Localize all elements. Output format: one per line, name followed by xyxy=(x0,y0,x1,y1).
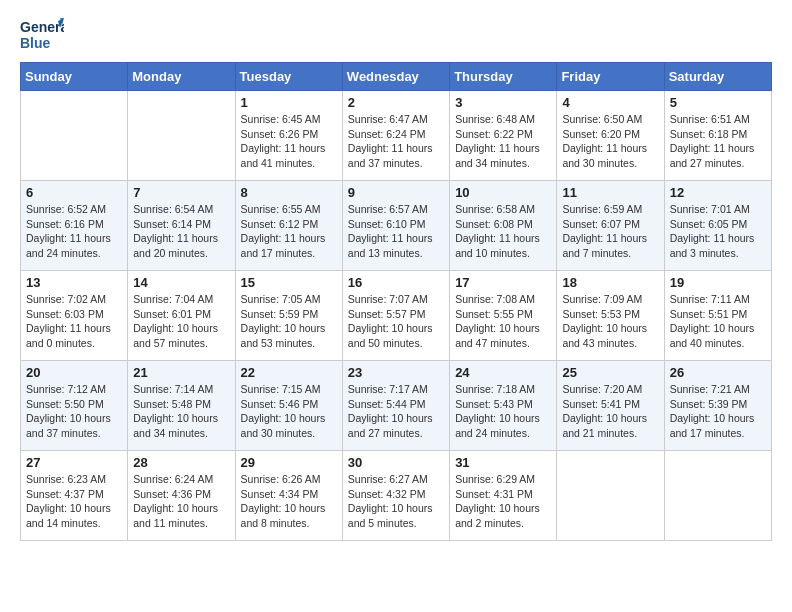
cell-content: Sunrise: 7:09 AM Sunset: 5:53 PM Dayligh… xyxy=(562,292,658,351)
cell-content: Sunrise: 6:50 AM Sunset: 6:20 PM Dayligh… xyxy=(562,112,658,171)
day-number: 22 xyxy=(241,365,337,380)
day-number: 18 xyxy=(562,275,658,290)
calendar-cell xyxy=(128,91,235,181)
calendar-cell: 21Sunrise: 7:14 AM Sunset: 5:48 PM Dayli… xyxy=(128,361,235,451)
calendar-cell: 20Sunrise: 7:12 AM Sunset: 5:50 PM Dayli… xyxy=(21,361,128,451)
day-number: 19 xyxy=(670,275,766,290)
cell-content: Sunrise: 7:14 AM Sunset: 5:48 PM Dayligh… xyxy=(133,382,229,441)
calendar-table: SundayMondayTuesdayWednesdayThursdayFrid… xyxy=(20,62,772,541)
cell-content: Sunrise: 6:27 AM Sunset: 4:32 PM Dayligh… xyxy=(348,472,444,531)
calendar-cell: 9Sunrise: 6:57 AM Sunset: 6:10 PM Daylig… xyxy=(342,181,449,271)
cell-content: Sunrise: 7:18 AM Sunset: 5:43 PM Dayligh… xyxy=(455,382,551,441)
day-number: 5 xyxy=(670,95,766,110)
calendar-cell xyxy=(557,451,664,541)
day-number: 23 xyxy=(348,365,444,380)
weekday-header-thursday: Thursday xyxy=(450,63,557,91)
cell-content: Sunrise: 6:29 AM Sunset: 4:31 PM Dayligh… xyxy=(455,472,551,531)
cell-content: Sunrise: 7:15 AM Sunset: 5:46 PM Dayligh… xyxy=(241,382,337,441)
day-number: 4 xyxy=(562,95,658,110)
calendar-cell: 6Sunrise: 6:52 AM Sunset: 6:16 PM Daylig… xyxy=(21,181,128,271)
day-number: 2 xyxy=(348,95,444,110)
calendar-cell: 30Sunrise: 6:27 AM Sunset: 4:32 PM Dayli… xyxy=(342,451,449,541)
calendar-cell: 13Sunrise: 7:02 AM Sunset: 6:03 PM Dayli… xyxy=(21,271,128,361)
day-number: 13 xyxy=(26,275,122,290)
day-number: 12 xyxy=(670,185,766,200)
cell-content: Sunrise: 7:08 AM Sunset: 5:55 PM Dayligh… xyxy=(455,292,551,351)
day-number: 26 xyxy=(670,365,766,380)
calendar-cell: 27Sunrise: 6:23 AM Sunset: 4:37 PM Dayli… xyxy=(21,451,128,541)
svg-text:General: General xyxy=(20,19,64,35)
cell-content: Sunrise: 6:26 AM Sunset: 4:34 PM Dayligh… xyxy=(241,472,337,531)
day-number: 16 xyxy=(348,275,444,290)
cell-content: Sunrise: 6:45 AM Sunset: 6:26 PM Dayligh… xyxy=(241,112,337,171)
calendar-cell: 25Sunrise: 7:20 AM Sunset: 5:41 PM Dayli… xyxy=(557,361,664,451)
week-row-4: 20Sunrise: 7:12 AM Sunset: 5:50 PM Dayli… xyxy=(21,361,772,451)
cell-content: Sunrise: 6:55 AM Sunset: 6:12 PM Dayligh… xyxy=(241,202,337,261)
day-number: 28 xyxy=(133,455,229,470)
week-row-3: 13Sunrise: 7:02 AM Sunset: 6:03 PM Dayli… xyxy=(21,271,772,361)
cell-content: Sunrise: 6:59 AM Sunset: 6:07 PM Dayligh… xyxy=(562,202,658,261)
cell-content: Sunrise: 7:02 AM Sunset: 6:03 PM Dayligh… xyxy=(26,292,122,351)
calendar-cell: 19Sunrise: 7:11 AM Sunset: 5:51 PM Dayli… xyxy=(664,271,771,361)
cell-content: Sunrise: 6:57 AM Sunset: 6:10 PM Dayligh… xyxy=(348,202,444,261)
day-number: 7 xyxy=(133,185,229,200)
calendar-cell: 28Sunrise: 6:24 AM Sunset: 4:36 PM Dayli… xyxy=(128,451,235,541)
cell-content: Sunrise: 6:51 AM Sunset: 6:18 PM Dayligh… xyxy=(670,112,766,171)
calendar-cell: 8Sunrise: 6:55 AM Sunset: 6:12 PM Daylig… xyxy=(235,181,342,271)
calendar-cell: 26Sunrise: 7:21 AM Sunset: 5:39 PM Dayli… xyxy=(664,361,771,451)
day-number: 14 xyxy=(133,275,229,290)
day-number: 1 xyxy=(241,95,337,110)
day-number: 8 xyxy=(241,185,337,200)
day-number: 6 xyxy=(26,185,122,200)
day-number: 10 xyxy=(455,185,551,200)
cell-content: Sunrise: 7:11 AM Sunset: 5:51 PM Dayligh… xyxy=(670,292,766,351)
weekday-header-wednesday: Wednesday xyxy=(342,63,449,91)
day-number: 24 xyxy=(455,365,551,380)
calendar-cell xyxy=(21,91,128,181)
calendar-cell: 3Sunrise: 6:48 AM Sunset: 6:22 PM Daylig… xyxy=(450,91,557,181)
weekday-header-sunday: Sunday xyxy=(21,63,128,91)
calendar-cell: 5Sunrise: 6:51 AM Sunset: 6:18 PM Daylig… xyxy=(664,91,771,181)
day-number: 27 xyxy=(26,455,122,470)
svg-text:Blue: Blue xyxy=(20,35,51,51)
day-number: 3 xyxy=(455,95,551,110)
day-number: 20 xyxy=(26,365,122,380)
cell-content: Sunrise: 7:05 AM Sunset: 5:59 PM Dayligh… xyxy=(241,292,337,351)
header: General Blue xyxy=(20,16,772,54)
logo-bird-icon: General Blue xyxy=(20,16,64,54)
calendar-cell: 23Sunrise: 7:17 AM Sunset: 5:44 PM Dayli… xyxy=(342,361,449,451)
calendar-cell: 17Sunrise: 7:08 AM Sunset: 5:55 PM Dayli… xyxy=(450,271,557,361)
day-number: 30 xyxy=(348,455,444,470)
weekday-header-tuesday: Tuesday xyxy=(235,63,342,91)
calendar-cell: 31Sunrise: 6:29 AM Sunset: 4:31 PM Dayli… xyxy=(450,451,557,541)
calendar-cell: 16Sunrise: 7:07 AM Sunset: 5:57 PM Dayli… xyxy=(342,271,449,361)
calendar-cell: 24Sunrise: 7:18 AM Sunset: 5:43 PM Dayli… xyxy=(450,361,557,451)
day-number: 11 xyxy=(562,185,658,200)
week-row-2: 6Sunrise: 6:52 AM Sunset: 6:16 PM Daylig… xyxy=(21,181,772,271)
calendar-cell: 4Sunrise: 6:50 AM Sunset: 6:20 PM Daylig… xyxy=(557,91,664,181)
day-number: 29 xyxy=(241,455,337,470)
cell-content: Sunrise: 6:48 AM Sunset: 6:22 PM Dayligh… xyxy=(455,112,551,171)
day-number: 31 xyxy=(455,455,551,470)
cell-content: Sunrise: 7:04 AM Sunset: 6:01 PM Dayligh… xyxy=(133,292,229,351)
calendar-cell: 7Sunrise: 6:54 AM Sunset: 6:14 PM Daylig… xyxy=(128,181,235,271)
calendar-cell: 10Sunrise: 6:58 AM Sunset: 6:08 PM Dayli… xyxy=(450,181,557,271)
logo: General Blue xyxy=(20,16,64,54)
day-number: 21 xyxy=(133,365,229,380)
cell-content: Sunrise: 6:47 AM Sunset: 6:24 PM Dayligh… xyxy=(348,112,444,171)
calendar-cell: 2Sunrise: 6:47 AM Sunset: 6:24 PM Daylig… xyxy=(342,91,449,181)
weekday-header-row: SundayMondayTuesdayWednesdayThursdayFrid… xyxy=(21,63,772,91)
cell-content: Sunrise: 7:01 AM Sunset: 6:05 PM Dayligh… xyxy=(670,202,766,261)
calendar-cell xyxy=(664,451,771,541)
cell-content: Sunrise: 7:20 AM Sunset: 5:41 PM Dayligh… xyxy=(562,382,658,441)
cell-content: Sunrise: 6:54 AM Sunset: 6:14 PM Dayligh… xyxy=(133,202,229,261)
calendar-cell: 1Sunrise: 6:45 AM Sunset: 6:26 PM Daylig… xyxy=(235,91,342,181)
calendar-cell: 11Sunrise: 6:59 AM Sunset: 6:07 PM Dayli… xyxy=(557,181,664,271)
cell-content: Sunrise: 6:58 AM Sunset: 6:08 PM Dayligh… xyxy=(455,202,551,261)
week-row-1: 1Sunrise: 6:45 AM Sunset: 6:26 PM Daylig… xyxy=(21,91,772,181)
weekday-header-monday: Monday xyxy=(128,63,235,91)
calendar-cell: 18Sunrise: 7:09 AM Sunset: 5:53 PM Dayli… xyxy=(557,271,664,361)
calendar-cell: 22Sunrise: 7:15 AM Sunset: 5:46 PM Dayli… xyxy=(235,361,342,451)
day-number: 17 xyxy=(455,275,551,290)
day-number: 25 xyxy=(562,365,658,380)
